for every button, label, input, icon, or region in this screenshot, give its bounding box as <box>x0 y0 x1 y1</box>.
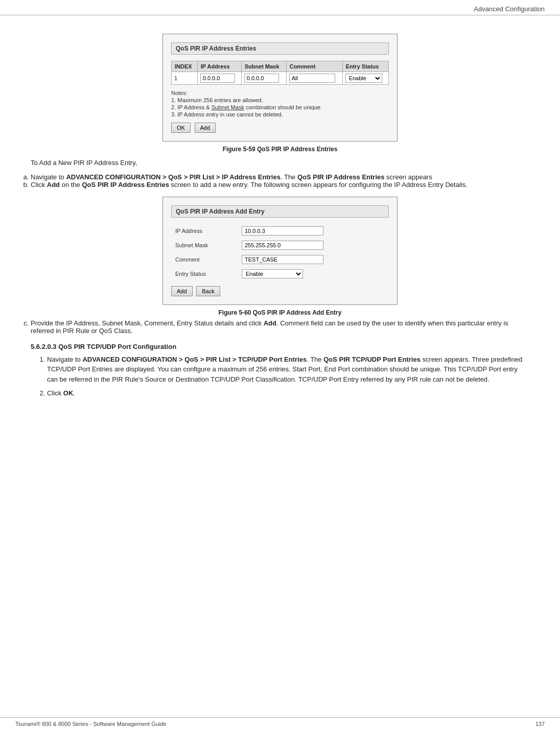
cell-index: 1 <box>172 72 198 85</box>
note-3: 3. IP Address entry in use cannot be del… <box>171 111 389 117</box>
ip-input[interactable] <box>200 74 235 83</box>
form-comment-input[interactable] <box>242 255 323 264</box>
form-row-subnet: Subnet Mask <box>171 238 389 252</box>
figure-60-box: QoS PIR IP Address Add Entry IP Address … <box>162 197 398 305</box>
comment-input[interactable] <box>289 74 335 83</box>
section-step1-screen: QoS PIR TCP/UDP Port Entries <box>323 356 421 363</box>
steps-list: Navigate to ADVANCED CONFIGURATION > QoS… <box>31 173 529 189</box>
form-status-select[interactable]: Enable Disable <box>242 269 303 278</box>
col-subnet: Subnet Mask <box>241 61 286 72</box>
notes-heading: Notes: <box>171 90 389 96</box>
form-label-status: Entry Status <box>171 267 238 281</box>
step-a-nav: ADVANCED CONFIGURATION > QoS > PIR List … <box>66 173 281 181</box>
footer-left: Tsunami® 800 & 8000 Series - Software Ma… <box>15 721 167 727</box>
col-index: INDEX <box>172 61 198 72</box>
figure-59-title: QoS PIR IP Address Entries <box>171 42 389 55</box>
form-label-comment: Comment <box>171 252 238 267</box>
figure-59-container: QoS PIR IP Address Entries INDEX IP Addr… <box>31 34 529 153</box>
form-row-comment: Comment <box>171 252 389 267</box>
form-value-status: Enable Disable <box>238 267 389 281</box>
note-2: 2. IP Address & Subnet Mask combination … <box>171 104 389 110</box>
back-button[interactable]: Back <box>196 286 220 296</box>
cell-subnet <box>241 72 286 85</box>
add-button-fig60[interactable]: Add <box>171 286 193 296</box>
figure-60-title: QoS PIR IP Address Add Entry <box>171 205 389 218</box>
form-label-ip: IP Address <box>171 224 238 238</box>
form-row-ip: IP Address <box>171 224 389 238</box>
page-footer: Tsunami® 800 & 8000 Series - Software Ma… <box>0 717 560 730</box>
footer-right: 137 <box>535 721 545 727</box>
section-step1-nav: ADVANCED CONFIGURATION > QoS > PIR List … <box>82 356 307 363</box>
ok-button[interactable]: OK <box>171 123 191 133</box>
cell-comment <box>286 72 342 85</box>
col-comment: Comment <box>286 61 342 72</box>
note-1: 1. Maximum 256 entries are allowed. <box>171 97 389 103</box>
table-row: 1 Enable Disable <box>172 72 389 85</box>
form-row-status: Entry Status Enable Disable <box>171 267 389 281</box>
form-label-subnet: Subnet Mask <box>171 238 238 252</box>
pir-ip-table: INDEX IP Address Subnet Mask Comment Ent… <box>171 61 389 85</box>
page-header: Advanced Configuration <box>0 0 560 15</box>
cell-ip <box>197 72 241 85</box>
add-entry-form: IP Address Subnet Mask Comment <box>171 224 389 281</box>
step-b: Click Add on the QoS PIR IP Address Entr… <box>31 181 529 189</box>
form-ip-input[interactable] <box>242 226 323 236</box>
subnet-input[interactable] <box>244 74 279 83</box>
status-select[interactable]: Enable Disable <box>345 74 382 83</box>
col-ip: IP Address <box>197 61 241 72</box>
step-c-add: Add <box>264 319 276 327</box>
section-step-2: Click OK. <box>47 388 529 398</box>
section-step-1: Navigate to ADVANCED CONFIGURATION > QoS… <box>47 355 529 385</box>
form-value-comment <box>238 252 389 267</box>
step-c-list: Provide the IP Address, Subnet Mask, Com… <box>31 319 529 335</box>
form-subnet-input[interactable] <box>242 241 323 250</box>
figure-60-container: QoS PIR IP Address Add Entry IP Address … <box>31 197 529 316</box>
step-a-screen: QoS PIR IP Address Entries <box>297 173 385 181</box>
section-steps-list: Navigate to ADVANCED CONFIGURATION > QoS… <box>31 355 529 398</box>
notes-section: Notes: 1. Maximum 256 entries are allowe… <box>171 90 389 117</box>
step-b-screen: QoS PIR IP Address Entries <box>82 181 169 189</box>
figure-60-caption: Figure 5-60 QoS PIR IP Address Add Entry <box>219 309 342 316</box>
figure-59-caption: Figure 5-59 QoS PIR IP Address Entries <box>223 146 338 153</box>
section-heading: 5.6.2.0.3 QoS PIR TCP/UDP Port Configura… <box>31 343 529 350</box>
header-title: Advanced Configuration <box>474 5 545 13</box>
section-step2-ok: OK <box>63 389 74 397</box>
form-value-subnet <box>238 238 389 252</box>
step-c: Provide the IP Address, Subnet Mask, Com… <box>31 319 529 335</box>
step-a: Navigate to ADVANCED CONFIGURATION > QoS… <box>31 173 529 181</box>
step-b-add: Add <box>47 181 60 189</box>
figure-59-box: QoS PIR IP Address Entries INDEX IP Addr… <box>162 34 398 142</box>
intro-text: To Add a New PIR IP Address Entry, <box>31 158 529 168</box>
fig60-btn-row: Add Back <box>171 286 389 296</box>
fig59-btn-row: OK Add <box>171 123 389 133</box>
form-value-ip <box>238 224 389 238</box>
cell-status: Enable Disable <box>342 72 388 85</box>
add-button-fig59[interactable]: Add <box>195 123 216 133</box>
col-status: Entry Status <box>342 61 388 72</box>
